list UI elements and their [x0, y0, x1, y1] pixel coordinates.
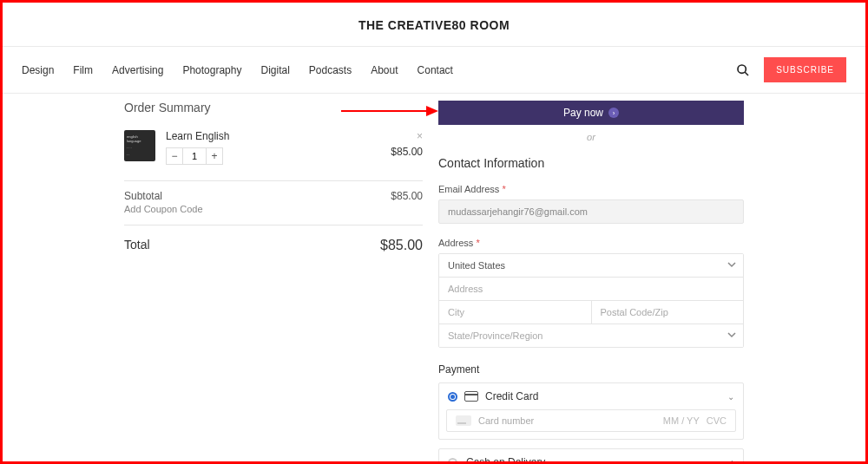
svg-marker-3	[426, 106, 438, 116]
email-field[interactable]	[438, 199, 744, 224]
remove-item-icon[interactable]: ×	[417, 130, 423, 142]
subscribe-button[interactable]: SUBSCRIBE	[764, 57, 846, 82]
cart-item: english language· · ·· · Learn English −…	[124, 130, 423, 181]
credit-card-icon	[464, 391, 478, 402]
nav-item-contact[interactable]: Contact	[418, 64, 453, 76]
email-label: Email Address *	[438, 184, 744, 194]
subtotal-value: $85.00	[391, 190, 423, 202]
pay-now-label: Pay now	[563, 107, 603, 119]
qty-increment[interactable]: +	[206, 147, 223, 165]
address-block	[438, 253, 744, 348]
svg-point-0	[738, 65, 746, 73]
credit-card-option: Credit Card ⌄ MM / YY CVC	[438, 382, 744, 440]
annotation-arrow	[341, 104, 438, 118]
navbar: Design Film Advertising Photography Digi…	[3, 47, 865, 94]
item-name: Learn English	[166, 130, 423, 142]
address-label: Address *	[438, 238, 744, 248]
qty-decrement[interactable]: −	[166, 147, 183, 165]
card-cvc-placeholder[interactable]: CVC	[707, 415, 727, 426]
site-title: THE CREATIVE80 ROOM	[3, 18, 865, 32]
card-mini-icon	[456, 415, 471, 426]
pay-now-button[interactable]: Pay now ›	[438, 101, 744, 125]
nav-item-about[interactable]: About	[371, 64, 398, 76]
svg-line-1	[745, 72, 748, 75]
pay-arrow-icon: ›	[608, 108, 619, 118]
nav-item-digital[interactable]: Digital	[260, 64, 289, 76]
zip-input[interactable]	[592, 301, 744, 323]
total-row: Total $85.00	[124, 225, 423, 253]
contact-info-title: Contact Information	[438, 156, 744, 170]
total-value: $85.00	[380, 238, 423, 253]
subtotal-label: Subtotal	[124, 190, 162, 202]
nav-item-podcasts[interactable]: Podcasts	[309, 64, 352, 76]
credit-card-label: Credit Card	[485, 390, 538, 402]
cash-on-delivery-option: Cash on Delivery ›	[438, 448, 744, 464]
quantity-stepper: − +	[166, 147, 423, 165]
nav-item-design[interactable]: Design	[22, 64, 54, 76]
item-price: $85.00	[391, 146, 423, 158]
card-expiry-placeholder[interactable]: MM / YY	[663, 415, 700, 426]
subtotal-row: Subtotal $85.00	[124, 181, 423, 202]
nav-item-advertising[interactable]: Advertising	[112, 64, 163, 76]
site-header: THE CREATIVE80 ROOM	[3, 3, 865, 47]
payment-label: Payment	[438, 363, 744, 376]
nav-items: Design Film Advertising Photography Digi…	[22, 64, 453, 76]
address-input[interactable]	[439, 278, 743, 300]
cod-row[interactable]: Cash on Delivery ›	[439, 449, 743, 464]
city-input[interactable]	[439, 301, 591, 323]
chevron-right-icon: ›	[731, 456, 734, 464]
radio-unselected-icon	[448, 458, 457, 465]
nav-item-film[interactable]: Film	[73, 64, 93, 76]
payment-section: Payment Credit Card ⌄ MM / YY CVC	[438, 363, 744, 464]
country-select[interactable]	[439, 254, 743, 277]
credit-card-row[interactable]: Credit Card ⌄	[439, 383, 743, 409]
state-select[interactable]	[439, 324, 743, 347]
qty-input[interactable]	[183, 147, 206, 165]
search-icon[interactable]	[736, 63, 750, 77]
total-label: Total	[124, 238, 150, 253]
or-divider: or	[438, 132, 744, 142]
checkout-panel: Pay now › or Contact Information Email A…	[438, 101, 744, 464]
item-thumbnail: english language· · ·· ·	[124, 130, 155, 161]
chevron-down-icon: ⌄	[727, 392, 734, 402]
card-input-row: MM / YY CVC	[446, 409, 736, 432]
order-summary: Order Summary english language· · ·· · L…	[124, 101, 423, 464]
cod-label: Cash on Delivery	[466, 456, 545, 464]
card-number-input[interactable]	[478, 415, 656, 426]
nav-item-photography[interactable]: Photography	[182, 64, 241, 76]
add-coupon-link[interactable]: Add Coupon Code	[124, 202, 423, 225]
radio-selected-icon	[448, 392, 457, 402]
